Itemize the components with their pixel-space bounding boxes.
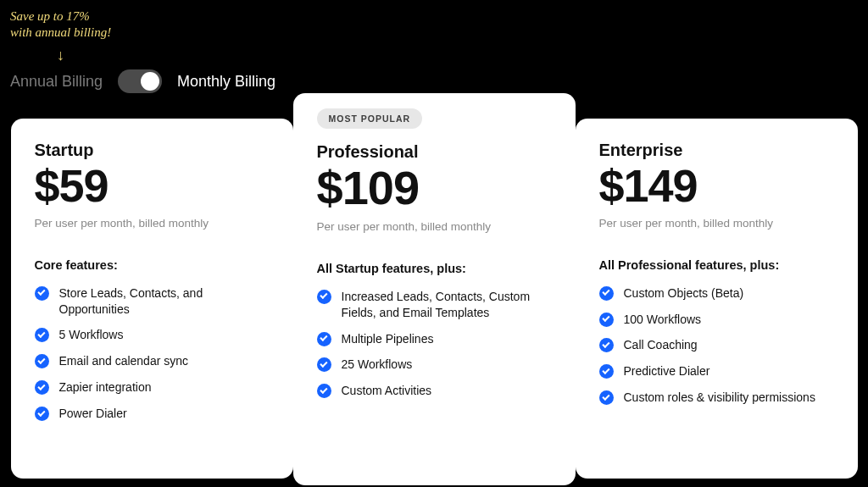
check-icon [599,313,614,327]
plan-name: Professional [317,142,552,162]
list-item: Power Dialer [35,406,270,422]
features-list-enterprise: Custom Objects (Beta) 100 Workflows Call… [599,285,834,406]
annual-billing-label[interactable]: Annual Billing [10,73,103,91]
check-icon [317,290,331,304]
feature-text: Call Coaching [624,337,698,353]
plan-price: $109 [317,163,552,213]
pricing-cards: Startup $59 Per user per month, billed m… [10,93,858,485]
list-item: Custom Activities [317,383,552,399]
list-item: Custom Objects (Beta) [599,285,834,302]
down-arrow-icon: ↓ [10,46,111,65]
check-icon [35,354,49,368]
check-icon [599,364,614,379]
billing-toggle[interactable] [118,69,162,93]
list-item: Custom roles & visibility permissions [599,390,834,406]
plan-card-enterprise: Enterprise $149 Per user per month, bill… [576,119,858,479]
list-item: Zapier integration [35,379,270,396]
list-item: Call Coaching [599,337,834,353]
check-icon [599,390,614,405]
feature-text: Power Dialer [59,406,127,422]
toggle-thumb [141,72,159,91]
features-list-startup: Store Leads, Contacts, and Opportunities… [35,285,270,422]
plan-subtext: Per user per month, billed monthly [35,217,270,230]
billing-toggle-group: Annual Billing Monthly Billing [10,69,275,93]
plan-price: $149 [599,162,834,210]
feature-text: Email and calendar sync [59,353,189,369]
check-icon [599,338,614,352]
plan-card-professional: MOST POPULAR Professional $109 Per user … [293,93,576,485]
feature-text: Multiple Pipelines [342,331,434,347]
feature-text: Zapier integration [59,379,152,396]
plan-subtext: Per user per month, billed monthly [599,217,834,230]
plan-name: Startup [35,141,270,160]
check-icon [35,286,49,301]
check-icon [35,328,49,342]
monthly-billing-label[interactable]: Monthly Billing [177,73,275,91]
promo-line2: with annual billing! [10,25,111,39]
features-list-professional: Increased Leads, Contacts, Custom Fields… [317,289,552,399]
check-icon [317,384,331,398]
plan-card-startup: Startup $59 Per user per month, billed m… [11,119,293,479]
list-item: 100 Workflows [599,312,834,328]
features-heading: Core features: [35,258,270,272]
plan-name: Enterprise [599,141,834,160]
list-item: 5 Workflows [35,327,270,343]
list-item: Increased Leads, Contacts, Custom Fields… [317,289,552,321]
feature-text: Predictive Dialer [624,363,710,379]
feature-text: Store Leads, Contacts, and Opportunities [59,285,270,318]
check-icon [599,286,614,301]
check-icon [317,357,331,372]
feature-text: Custom Activities [342,383,432,399]
check-icon [317,332,331,346]
feature-text: 100 Workflows [624,312,702,328]
feature-text: Custom Objects (Beta) [624,285,744,302]
feature-text: 25 Workflows [342,357,413,373]
plan-subtext: Per user per month, billed monthly [317,220,552,233]
plan-price: $59 [35,162,270,210]
feature-text: Increased Leads, Contacts, Custom Fields… [342,289,552,321]
feature-text: 5 Workflows [59,327,124,343]
feature-text: Custom roles & visibility permissions [624,390,815,406]
check-icon [35,380,49,395]
list-item: Predictive Dialer [599,363,834,379]
list-item: Multiple Pipelines [317,331,552,347]
list-item: Store Leads, Contacts, and Opportunities [35,285,270,318]
check-icon [35,407,49,421]
features-heading: All Professional features, plus: [599,258,834,272]
most-popular-badge: MOST POPULAR [317,108,423,129]
list-item: 25 Workflows [317,357,552,373]
promo-line1: Save up to 17% [10,9,90,23]
features-heading: All Startup features, plus: [317,262,552,275]
savings-promo: Save up to 17% with annual billing! ↓ [10,8,111,64]
list-item: Email and calendar sync [35,353,270,369]
